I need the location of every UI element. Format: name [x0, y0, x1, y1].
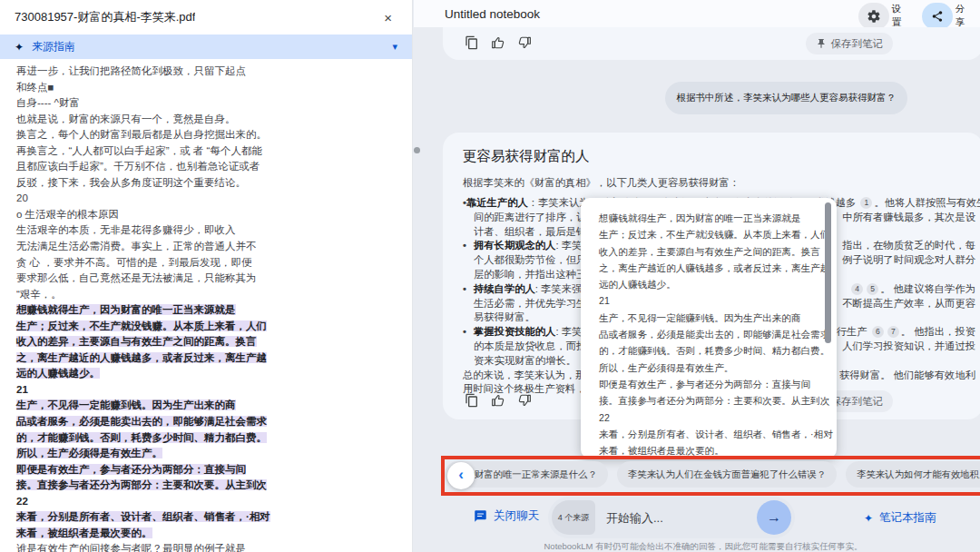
suggested-questions-row: 认为财富的唯一正常来源是什么？ 李笑来认为人们在金钱方面普遍犯了什么错误？ 李笑… — [445, 461, 980, 488]
citation-chip[interactable]: 7 — [887, 326, 899, 338]
citation-tooltip: 想赚钱就得生产，因为财富的唯一正当来源就是 生产；反过来，不生产就没钱赚。从本质… — [581, 198, 837, 458]
scroll-left-button[interactable]: ‹ — [447, 462, 475, 489]
pdf-text-line: 所以，生产必须得是有效生产。 — [16, 446, 412, 462]
pdf-text-line: 再换言之，“人人都可以白手起家”，或 者 “每个人都能 — [16, 143, 412, 160]
tooltip-text-line: 想赚钱就得生产，因为财富的唯一正当来源就是 — [599, 210, 820, 226]
tooltip-text-line: 接。直接参与者还分为两部分：主要和次要。从主到次 — [599, 392, 820, 409]
pdf-text-line: 要求那么低，自己竟然还是无法被满足，只能称其为 — [16, 271, 412, 287]
citation-chip[interactable]: 5 — [867, 283, 878, 295]
tooltip-text-line: 即便是有效生产，参与者还分为两部分：直接与间 — [599, 376, 820, 392]
send-arrow-icon: → — [767, 509, 781, 526]
pdf-header: 730081957-财富的真相-李笑来.pdf × — [0, 0, 412, 34]
pdf-text-line: 生活艰辛的本质，无非是花得多赚得少，即收入 — [16, 222, 412, 239]
suggested-question-chip[interactable]: 李笑来认为如何才能有效地积累财富？ — [846, 461, 980, 488]
tooltip-text-line: 品或者服务，必须是能卖出去的，即能够满足社会需求 — [599, 326, 820, 342]
pdf-text-line: 21 — [16, 382, 412, 399]
tooltip-text-line: 21 — [599, 292, 820, 309]
bullet-icon: • — [463, 325, 474, 340]
pdf-text-line: 远的人赚钱越少。 — [16, 366, 412, 382]
tooltip-text-line: 生产；反过来，不生产就没钱赚。从本质上来看，人们 — [599, 226, 820, 242]
tooltip-text-line: 远的人赚钱越少。 — [599, 276, 820, 292]
pdf-text-line: 22 — [16, 494, 412, 510]
pdf-text-line: 谁是有效生产的间接参与者呢？最明显的例子就是 — [16, 541, 412, 552]
thumbs-up-icon[interactable] — [491, 35, 506, 51]
pdf-text-line: 的，才能赚到钱。否则，耗费多少时间、精力都白费。 — [16, 430, 412, 447]
pin-icon — [816, 38, 827, 49]
pdf-text-line: 且都应该白手起家”。千万别不信，也别着急论证或者 — [16, 159, 412, 175]
share-label: 分享 — [955, 2, 965, 29]
disclaimer-text: NotebookLM 有时仍可能会给出不准确的回答，因此您可能需要自行核实任何事… — [426, 541, 980, 552]
pdf-text-line: 自身---- ^财富 — [16, 95, 412, 112]
save-to-note-button[interactable]: 保存到笔记 — [806, 33, 894, 54]
thumbs-up-icon[interactable] — [491, 393, 506, 409]
suggested-question-chip[interactable]: 李笑来认为人们在金钱方面普遍犯了什么错误？ — [617, 461, 837, 488]
settings-button[interactable] — [858, 3, 889, 30]
thumbs-down-icon[interactable] — [517, 393, 533, 409]
answer-intro: 根据李笑来的《财富的真相》，以下几类人更容易获得财富： — [463, 176, 980, 190]
close-icon[interactable]: × — [378, 8, 397, 27]
pdf-text-line: 来看，分别是所有者、设计者、组织者、销售者，·相对 — [16, 509, 412, 526]
sources-count-badge[interactable]: 4 个来源 — [552, 500, 595, 535]
pdf-text-line: “艰辛，。 — [16, 287, 412, 303]
settings-label: 设置 — [891, 2, 902, 29]
citation-chip[interactable]: 6 — [872, 326, 884, 338]
pdf-text-line: o 生活艰辛的根本原因 — [16, 207, 412, 223]
notebook-title: Untitled notebook — [445, 7, 540, 21]
bullet-icon: • — [463, 282, 474, 297]
pdf-text-line: 想赚钱就得生产，因为财富的唯一正当来源就是 — [16, 302, 412, 319]
share-button[interactable] — [922, 3, 953, 30]
pdf-text-line: 也就是说，财富的来源只有一个，竟然是自身。 — [16, 112, 412, 128]
answer-title: 更容易获得财富的人 — [463, 147, 980, 166]
pdf-text-line: 无法满足生活必需消费。事实上，正常的普通人并不 — [16, 239, 412, 255]
user-question-bubble: 根据书中所述，李笑来认为哪些人更容易获得财富？ — [665, 82, 908, 114]
pdf-text-line: 品或者服务，必须是能卖出去的，即能够满足社会需求 — [16, 414, 412, 430]
pdf-text-line: 来看，被组织者是最次要的。 — [16, 526, 412, 542]
sparkle-icon: ✦ — [864, 512, 873, 525]
citation-chip[interactable]: 4 — [851, 283, 863, 295]
close-chat-label: 关闭聊天 — [494, 508, 539, 524]
pdf-text-line: 反驳，接下来，我会从多角度证明这个重要结论。 — [16, 175, 412, 192]
tooltip-text-line: 收入的差异，主要源自与有效生产之间的距离。换言 — [599, 243, 820, 260]
source-guide-bar[interactable]: ✦ 来源指南 ▾ — [0, 34, 412, 59]
save-to-note-label: 保存到笔记 — [831, 395, 884, 409]
pdf-viewer-panel: 730081957-财富的真相-李笑来.pdf × ✦ 来源指南 ▾ 再进一步，… — [0, 0, 413, 552]
tooltip-text-line: 所以，生产必须得是有效生产。 — [599, 360, 820, 376]
tooltip-text-line: 生产，不见得一定能赚到钱。因为生产出来的商 — [599, 310, 820, 326]
copy-icon[interactable] — [465, 393, 480, 409]
pdf-text-line: 贪 心 ，要求并不高。可惜的是，到最后发现，即便 — [16, 255, 412, 271]
chat-icon — [474, 509, 487, 523]
pdf-text-content: 再进一步，让我们把路径简化到极致，只留下起点 和终点■ 自身---- ^财富 也… — [0, 59, 412, 552]
pdf-text-line: 之，离生产越近的人赚钱越多，或者反过来，离生产越 — [16, 350, 412, 367]
save-to-note-label: 保存到笔记 — [831, 37, 884, 51]
pdf-scrollbar-thumb[interactable] — [414, 147, 420, 153]
chat-input-bar: 4 个来源 → — [548, 497, 795, 538]
copy-icon[interactable] — [465, 35, 480, 51]
pdf-text-line: 换言之，每个人的财富到最后都是从自身挖掘出来的。 — [16, 127, 412, 143]
send-button[interactable]: → — [757, 500, 791, 535]
share-icon — [931, 10, 944, 23]
tooltip-text-line: 22 — [599, 409, 820, 426]
tooltip-scrollbar-thumb[interactable] — [825, 202, 831, 343]
tooltip-text-line: 的，才能赚到钱。否则，耗费多少时间、精力都白费。 — [599, 342, 820, 359]
citation-chip[interactable]: 1 — [860, 197, 872, 209]
chevron-down-icon[interactable]: ▾ — [392, 41, 397, 53]
pdf-text-line: 20 — [16, 191, 412, 207]
chevron-left-icon: ‹ — [458, 466, 464, 484]
tooltip-text-line: 之，离生产越近的人赚钱越多，或者反过来，离生产越 — [599, 260, 820, 276]
tooltip-text-line: 来看，分别是所有者、设计者、组织者、销售者，·相对 — [599, 426, 820, 442]
sparkle-icon: ✦ — [15, 42, 24, 53]
pdf-text-line: 即便是有效生产，参与者还分为两部分：直接与间 — [16, 462, 412, 478]
notebook-guide-label: 笔记本指南 — [879, 510, 936, 526]
pdf-text-line: 生产，不见得一定能赚到钱。因为生产出来的商 — [16, 398, 412, 414]
pdf-text-line: 和终点■ — [16, 80, 412, 96]
notebook-guide-button[interactable]: ✦ 笔记本指南 — [864, 510, 936, 526]
chat-input[interactable] — [606, 511, 750, 525]
gear-icon — [867, 9, 881, 24]
tooltip-text-line: 来看，被组织者是最次要的。 — [599, 442, 820, 458]
thumbs-down-icon[interactable] — [517, 35, 533, 51]
source-guide-label: 来源指南 — [32, 39, 75, 54]
close-chat-button[interactable]: 关闭聊天 — [474, 508, 539, 524]
previous-response-card: 保存到笔记 — [443, 27, 980, 60]
pdf-text-line: 再进一步，让我们把路径简化到极致，只留下起点 — [16, 64, 412, 80]
pdf-file-title: 730081957-财富的真相-李笑来.pdf — [15, 9, 195, 25]
